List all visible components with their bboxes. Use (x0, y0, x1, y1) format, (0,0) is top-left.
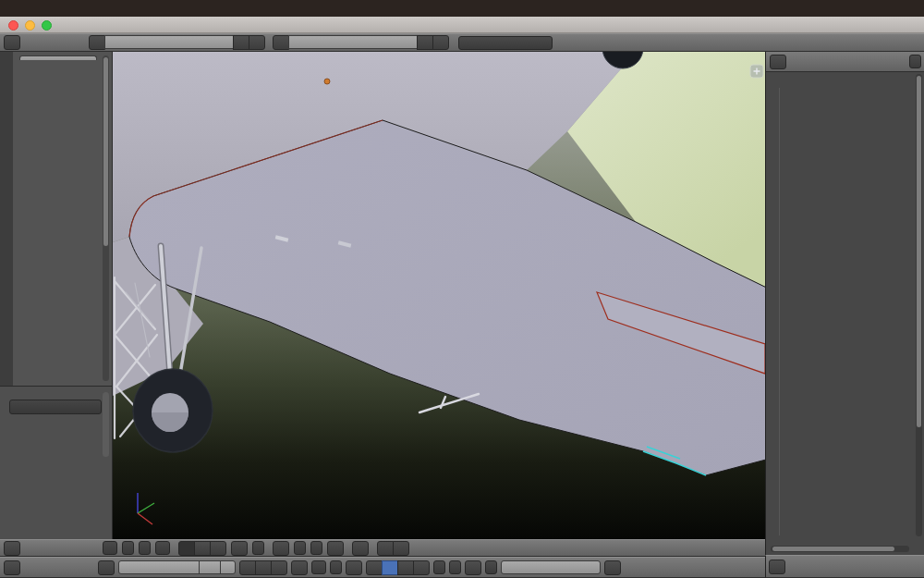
snap-target-select[interactable] (310, 541, 322, 555)
viewport-3d[interactable] (113, 52, 765, 539)
delete-layout-button[interactable] (249, 35, 265, 50)
cursor-3d[interactable] (324, 79, 330, 84)
transform-orientation-select[interactable] (155, 541, 170, 555)
snap-peel-button[interactable] (327, 541, 344, 556)
manipulator-button[interactable] (352, 541, 369, 556)
tool-shelf-scrollbar[interactable] (103, 55, 109, 381)
uv-draw-type-button[interactable] (604, 560, 621, 575)
mode-select[interactable] (103, 541, 117, 555)
image-users-button[interactable] (199, 560, 221, 574)
face-select-mode-button[interactable] (210, 541, 226, 556)
fake-user-button[interactable] (220, 560, 236, 574)
outliner-tree (766, 73, 924, 545)
uv-view-select[interactable] (311, 560, 326, 574)
uv-proportional-select[interactable] (449, 560, 461, 574)
scene-browse-button[interactable] (273, 35, 289, 50)
editor-type-button[interactable] (4, 541, 20, 556)
scene-name-field[interactable] (288, 35, 418, 49)
tool-shelf (13, 52, 113, 386)
uv-snap-target-select[interactable] (485, 560, 497, 574)
pivot-point-select[interactable] (139, 541, 151, 555)
properties-header (765, 555, 924, 578)
unlink-image-button[interactable] (271, 560, 287, 575)
add-layout-button[interactable] (233, 35, 249, 50)
editor-type-button[interactable] (770, 55, 786, 69)
action-select[interactable] (9, 400, 102, 414)
blender-window (0, 0, 924, 578)
opengl-render-button[interactable] (377, 541, 394, 556)
image-name-field[interactable] (118, 560, 200, 574)
zoom-window-button[interactable] (42, 20, 52, 31)
screen-layout-field[interactable] (104, 35, 234, 49)
viewport-shading-select[interactable] (122, 541, 134, 555)
new-image-button[interactable] (239, 560, 256, 575)
editor-type-button[interactable] (4, 35, 20, 50)
opengl-render-anim-button[interactable] (393, 541, 409, 556)
edge-select-mode-button[interactable] (194, 541, 211, 556)
outliner-vscrollbar[interactable] (916, 74, 922, 536)
add-scene-button[interactable] (417, 35, 433, 50)
macos-menu-bar (0, 0, 924, 17)
window-title-bar[interactable] (0, 17, 924, 33)
sticky-select-mode[interactable] (433, 560, 445, 574)
outliner-hscrollbar[interactable] (771, 546, 909, 552)
outliner-header (766, 52, 924, 72)
render-engine-select[interactable] (458, 36, 553, 50)
clipped-button (19, 55, 97, 60)
uv-pivot-select[interactable] (330, 560, 342, 574)
redo-panel-scrollbar[interactable] (103, 392, 109, 457)
uv-island-select-button[interactable] (413, 560, 430, 575)
tool-shelf-tabs (0, 52, 13, 386)
limit-selection-button[interactable] (231, 541, 248, 556)
delete-scene-button[interactable] (432, 35, 449, 50)
region-expand-button[interactable] (750, 65, 763, 78)
info-header (0, 33, 924, 52)
close-window-button[interactable] (8, 20, 18, 31)
uv-sync-select-button[interactable] (346, 560, 362, 575)
uv-editor-header (0, 557, 765, 578)
image-browse-button[interactable] (98, 560, 115, 575)
image-pin-button[interactable] (291, 560, 308, 575)
viewport-canvas[interactable] (113, 52, 765, 539)
uv-face-select-button[interactable] (397, 560, 414, 575)
uv-edge-select-button[interactable] (382, 560, 398, 575)
snap-toggle-button[interactable] (273, 541, 289, 556)
minimize-window-button[interactable] (25, 20, 35, 31)
snap-element-icon-select[interactable] (294, 541, 306, 555)
main-tire (133, 369, 213, 452)
uv-map-field[interactable] (501, 560, 601, 574)
uv-vertex-select-button[interactable] (366, 560, 383, 575)
screen-layout-browse-button[interactable] (89, 35, 105, 50)
view3d-header (0, 539, 765, 557)
open-image-button[interactable] (255, 560, 272, 575)
vertex-select-mode-button[interactable] (178, 541, 195, 556)
operator-redo-panel (0, 386, 113, 539)
outliner-filter-select[interactable] (909, 55, 921, 68)
uv-snap-toggle-button[interactable] (465, 560, 481, 575)
editor-type-button[interactable] (769, 560, 785, 574)
tree-line (779, 88, 780, 535)
outliner-panel (765, 52, 924, 555)
editor-type-button[interactable] (4, 560, 20, 575)
proportional-edit-select[interactable] (252, 541, 264, 555)
